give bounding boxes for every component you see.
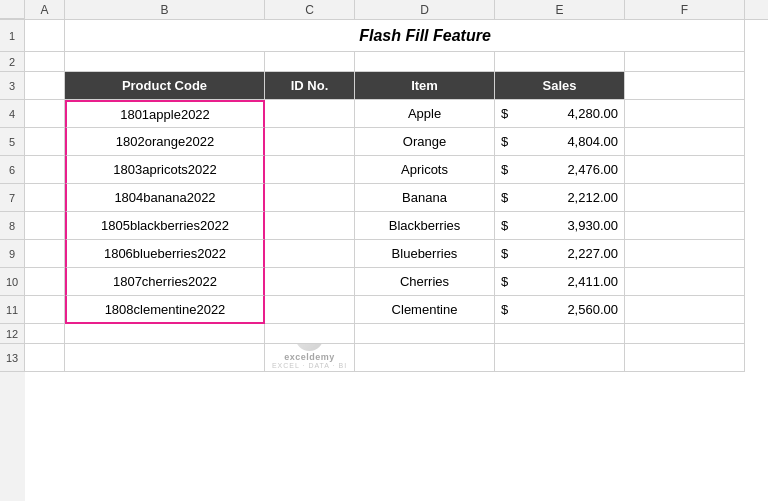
cell-b5[interactable]: 1802orange2022 bbox=[65, 128, 265, 156]
cell-e7[interactable]: $ 2,212.00 bbox=[495, 184, 625, 212]
cell-a11[interactable] bbox=[25, 296, 65, 324]
cell-e4[interactable]: $ 4,280.00 bbox=[495, 100, 625, 128]
cell-b2[interactable] bbox=[65, 52, 265, 72]
cell-f11[interactable] bbox=[625, 296, 745, 324]
cell-b1[interactable] bbox=[65, 20, 265, 52]
cell-e13 bbox=[495, 344, 625, 372]
col-header-d[interactable]: D bbox=[355, 0, 495, 19]
cell-b12[interactable] bbox=[65, 324, 265, 344]
cell-f6[interactable] bbox=[625, 156, 745, 184]
row-header-5[interactable]: 5 bbox=[0, 128, 25, 156]
col-header-a[interactable]: A bbox=[25, 0, 65, 19]
cell-e3-header[interactable]: Sales bbox=[495, 72, 625, 100]
cell-a1[interactable] bbox=[25, 20, 65, 52]
row-header-4[interactable]: 4 bbox=[0, 100, 25, 128]
row-header-1[interactable]: 1 bbox=[0, 20, 25, 52]
cell-c11[interactable] bbox=[265, 296, 355, 324]
cell-e11[interactable]: $ 2,560.00 bbox=[495, 296, 625, 324]
cell-d7[interactable]: Banana bbox=[355, 184, 495, 212]
cell-e10[interactable]: $ 2,411.00 bbox=[495, 268, 625, 296]
cell-b9[interactable]: 1806blueberries2022 bbox=[65, 240, 265, 268]
corner-cell bbox=[0, 0, 25, 19]
cell-d9[interactable]: Blueberries bbox=[355, 240, 495, 268]
row-header-10[interactable]: 10 bbox=[0, 268, 25, 296]
cell-c5[interactable] bbox=[265, 128, 355, 156]
cell-d11[interactable]: Clementine bbox=[355, 296, 495, 324]
cell-e6[interactable]: $ 2,476.00 bbox=[495, 156, 625, 184]
cell-a9[interactable] bbox=[25, 240, 65, 268]
cell-a10[interactable] bbox=[25, 268, 65, 296]
cell-b10[interactable]: 1807cherries2022 bbox=[65, 268, 265, 296]
row-header-11[interactable]: 11 bbox=[0, 296, 25, 324]
cell-a12[interactable] bbox=[25, 324, 65, 344]
cell-f7[interactable] bbox=[625, 184, 745, 212]
cell-c8[interactable] bbox=[265, 212, 355, 240]
cell-f4[interactable] bbox=[625, 100, 745, 128]
cell-f8[interactable] bbox=[625, 212, 745, 240]
col-header-f[interactable]: F bbox=[625, 0, 745, 19]
cell-a3[interactable] bbox=[25, 72, 65, 100]
cell-e9[interactable]: $ 2,227.00 bbox=[495, 240, 625, 268]
cell-a6[interactable] bbox=[25, 156, 65, 184]
cell-a7[interactable] bbox=[25, 184, 65, 212]
cell-d5[interactable]: Orange bbox=[355, 128, 495, 156]
cell-f1[interactable] bbox=[625, 20, 745, 52]
cell-c7[interactable] bbox=[265, 184, 355, 212]
cell-f2[interactable] bbox=[625, 52, 745, 72]
col-header-c[interactable]: C bbox=[265, 0, 355, 19]
cell-c10[interactable] bbox=[265, 268, 355, 296]
cell-d6[interactable]: Apricots bbox=[355, 156, 495, 184]
cell-f12[interactable] bbox=[625, 324, 745, 344]
sales-amount-6: 2,476.00 bbox=[519, 162, 618, 177]
cell-d8[interactable]: Blackberries bbox=[355, 212, 495, 240]
cell-b6[interactable]: 1803apricots2022 bbox=[65, 156, 265, 184]
cell-d1[interactable]: Flash Fill Feature bbox=[355, 20, 495, 52]
row-13: exceldemy EXCEL · DATA · BI bbox=[25, 344, 768, 372]
sales-amount-5: 4,804.00 bbox=[519, 134, 618, 149]
row-header-12[interactable]: 12 bbox=[0, 324, 25, 344]
cell-f10[interactable] bbox=[625, 268, 745, 296]
cell-b7[interactable]: 1804banana2022 bbox=[65, 184, 265, 212]
cell-f9[interactable] bbox=[625, 240, 745, 268]
cell-c9[interactable] bbox=[265, 240, 355, 268]
cell-b3-header[interactable]: Product Code bbox=[65, 72, 265, 100]
cell-e1[interactable] bbox=[495, 20, 625, 52]
cell-b11[interactable]: 1808clementine2022 bbox=[65, 296, 265, 324]
cell-c3-header[interactable]: ID No. bbox=[265, 72, 355, 100]
row-header-9[interactable]: 9 bbox=[0, 240, 25, 268]
row-header-2[interactable]: 2 bbox=[0, 52, 25, 72]
cell-c2[interactable] bbox=[265, 52, 355, 72]
cell-e8[interactable]: $ 3,930.00 bbox=[495, 212, 625, 240]
cell-d10[interactable]: Cherries bbox=[355, 268, 495, 296]
cell-e5[interactable]: $ 4,804.00 bbox=[495, 128, 625, 156]
cell-a8[interactable] bbox=[25, 212, 65, 240]
cell-a2[interactable] bbox=[25, 52, 65, 72]
cell-c1[interactable] bbox=[265, 20, 355, 52]
cell-c4[interactable] bbox=[265, 100, 355, 128]
cell-a4[interactable] bbox=[25, 100, 65, 128]
cell-f5[interactable] bbox=[625, 128, 745, 156]
cell-f3[interactable] bbox=[625, 72, 745, 100]
cell-e12[interactable] bbox=[495, 324, 625, 344]
dollar-sign-7: $ bbox=[501, 190, 519, 205]
cell-c12[interactable] bbox=[265, 324, 355, 344]
cell-d2[interactable] bbox=[355, 52, 495, 72]
row-header-13[interactable]: 13 bbox=[0, 344, 25, 372]
row-header-6[interactable]: 6 bbox=[0, 156, 25, 184]
cell-d3-header[interactable]: Item bbox=[355, 72, 495, 100]
cell-d4[interactable]: Apple bbox=[355, 100, 495, 128]
col-header-b[interactable]: B bbox=[65, 0, 265, 19]
row-header-8[interactable]: 8 bbox=[0, 212, 25, 240]
cell-a5[interactable] bbox=[25, 128, 65, 156]
cell-c6[interactable] bbox=[265, 156, 355, 184]
cell-b8[interactable]: 1805blackberries2022 bbox=[65, 212, 265, 240]
dollar-sign-8: $ bbox=[501, 218, 519, 233]
row-header-3[interactable]: 3 bbox=[0, 72, 25, 100]
cell-e2[interactable] bbox=[495, 52, 625, 72]
col-header-row: A B C D E F bbox=[0, 0, 768, 20]
cell-b4[interactable]: 1801apple2022 bbox=[65, 100, 265, 128]
cell-d12[interactable] bbox=[355, 324, 495, 344]
watermark-tagline: EXCEL · DATA · BI bbox=[272, 362, 347, 369]
row-header-7[interactable]: 7 bbox=[0, 184, 25, 212]
col-header-e[interactable]: E bbox=[495, 0, 625, 19]
